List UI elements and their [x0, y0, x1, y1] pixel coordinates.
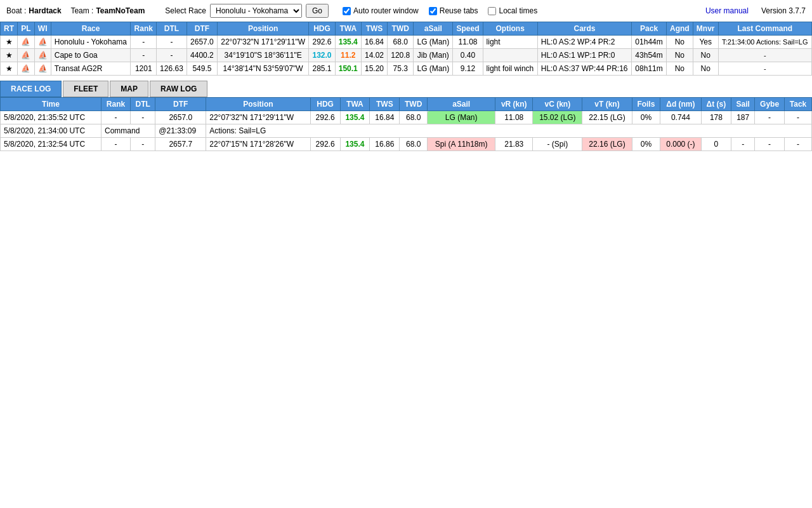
- log-col-δd__nm_: Δd (nm): [660, 98, 701, 111]
- main-cell: -: [131, 49, 157, 62]
- log-table-body: 5/8/2020, 21:35:52 UTC--2657.022°07'32"N…: [1, 111, 812, 151]
- main-cell: 15.20: [361, 62, 387, 76]
- log-col-dtl: DTL: [131, 98, 155, 111]
- log-col-rank: Rank: [101, 98, 130, 111]
- log-cell: 187: [731, 111, 755, 124]
- tab-fleet[interactable]: FLEET: [63, 81, 108, 97]
- log-cell: -: [755, 138, 785, 151]
- log-cell: 16.84: [370, 111, 400, 124]
- log-cell: 292.6: [310, 138, 340, 151]
- log-col-sail: Sail: [731, 98, 755, 111]
- main-race-table: RTPLWIRaceRankDTLDTFPositionHDGTWATWSTWD…: [0, 22, 812, 76]
- main-col-tws: TWS: [361, 22, 387, 36]
- main-cell: 135.4: [335, 36, 361, 49]
- main-col-twa: TWA: [335, 22, 361, 36]
- main-cell: 11.08: [453, 36, 483, 49]
- main-cell: No: [693, 62, 718, 76]
- main-cell: -: [157, 49, 187, 62]
- auto-router-checkbox-label[interactable]: Auto router window: [343, 6, 419, 15]
- main-cell: No: [666, 49, 693, 62]
- main-cell: 292.6: [309, 36, 335, 49]
- auto-router-checkbox[interactable]: [343, 7, 351, 15]
- log-col-asail: aSail: [428, 98, 495, 111]
- main-cell: LG (Man): [414, 62, 453, 76]
- main-table-header-row: RTPLWIRaceRankDTLDTFPositionHDGTWATWSTWD…: [1, 22, 812, 36]
- race-select[interactable]: Honolulu - Yokohama Cape to Goa Transat …: [210, 4, 302, 18]
- main-cell: ★: [1, 49, 18, 62]
- main-cell: ⛵: [18, 62, 34, 76]
- user-manual-link[interactable]: User manual: [705, 6, 749, 15]
- main-col-speed: Speed: [453, 22, 483, 36]
- local-times-checkbox[interactable]: [488, 7, 496, 15]
- main-cell: 120.8: [388, 49, 414, 62]
- main-cell: ⛵: [34, 62, 51, 76]
- main-col-dtf: DTF: [187, 22, 217, 36]
- main-cell: No: [693, 49, 718, 62]
- main-col-wi: WI: [34, 22, 51, 36]
- main-cell: ⛵: [18, 49, 34, 62]
- main-cell: light: [483, 36, 537, 49]
- tab-race_log[interactable]: RACE LOG: [0, 81, 62, 97]
- log-table-row: 5/8/2020, 21:32:54 UTC--2657.722°07'15"N…: [1, 138, 812, 151]
- log-cell: 2657.7: [155, 138, 206, 151]
- tab-raw_log[interactable]: RAW LOG: [150, 81, 207, 97]
- log-table-row: 5/8/2020, 21:35:52 UTC--2657.022°07'32"N…: [1, 111, 812, 124]
- main-cell: light foil winch: [483, 62, 537, 76]
- log-cell: -: [101, 111, 130, 124]
- main-cell: 08h11m: [632, 62, 667, 76]
- main-cell: 75.3: [388, 62, 414, 76]
- main-cell: -: [718, 62, 811, 76]
- main-col-cards: Cards: [537, 22, 632, 36]
- main-cell: 2657.0: [187, 36, 217, 49]
- main-cell: 14.02: [361, 49, 387, 62]
- log-col-vc__kn_: vC (kn): [533, 98, 582, 111]
- log-cell: 11.08: [495, 111, 533, 124]
- main-cell: Yes: [693, 36, 718, 49]
- reuse-tabs-label: Reuse tabs: [440, 6, 478, 15]
- log-cell: -: [101, 138, 130, 151]
- log-command-time: @21:33:09: [155, 124, 206, 138]
- log-cell: 0: [701, 138, 731, 151]
- main-cell: Cape to Goa: [51, 49, 131, 62]
- main-col-pack: Pack: [632, 22, 667, 36]
- log-col-twa: TWA: [340, 98, 370, 111]
- local-times-label: Local times: [499, 6, 537, 15]
- auto-router-label: Auto router window: [353, 6, 419, 15]
- local-times-checkbox-label[interactable]: Local times: [488, 6, 537, 15]
- log-cell: -: [785, 138, 812, 151]
- go-button[interactable]: Go: [306, 4, 329, 18]
- main-cell: 68.0: [388, 36, 414, 49]
- log-cell: LG (Man): [428, 111, 495, 124]
- log-col-δt__s_: Δt (s): [701, 98, 731, 111]
- reuse-tabs-checkbox[interactable]: [429, 7, 437, 15]
- main-col-mnvr: Mnvr: [693, 22, 718, 36]
- log-cell: 22°07'32"N 171°29'11"W: [206, 111, 310, 124]
- main-cell: 34°19'10"S 18°36'11"E: [217, 49, 309, 62]
- main-cell: 549.5: [187, 62, 217, 76]
- main-cell: No: [666, 36, 693, 49]
- main-cell: 01h44m: [632, 36, 667, 49]
- main-cell: -: [718, 49, 811, 62]
- main-cell: -: [131, 36, 157, 49]
- main-cell: ★: [1, 62, 18, 76]
- version-label: Version 3.7.7: [761, 6, 806, 15]
- reuse-tabs-checkbox-label[interactable]: Reuse tabs: [429, 6, 478, 15]
- team-label: Team :: [70, 6, 93, 15]
- main-col-pl: PL: [18, 22, 34, 36]
- main-cell: 9.12: [453, 62, 483, 76]
- log-col-tws: TWS: [370, 98, 400, 111]
- log-cell: 68.0: [400, 111, 428, 124]
- checkboxes: Auto router window Reuse tabs Local time…: [343, 6, 537, 15]
- main-col-twd: TWD: [388, 22, 414, 36]
- log-col-tack: Tack: [785, 98, 812, 111]
- select-race-label: Select Race: [165, 6, 206, 15]
- log-table-row: 5/8/2020, 21:34:00 UTCCommand@21:33:09Ac…: [1, 124, 812, 138]
- main-table-row: ★⛵⛵Cape to Goa--4400.234°19'10"S 18°36'1…: [1, 49, 812, 62]
- main-cell: 1201: [131, 62, 157, 76]
- main-col-rank: Rank: [131, 22, 157, 36]
- main-cell: LG (Man): [414, 36, 453, 49]
- main-table-row: ★⛵⛵Honolulu - Yokohama--2657.022°07'32"N…: [1, 36, 812, 49]
- tab-map[interactable]: MAP: [110, 81, 148, 97]
- log-col-hdg: HDG: [310, 98, 340, 111]
- main-cell: 132.0: [309, 49, 335, 62]
